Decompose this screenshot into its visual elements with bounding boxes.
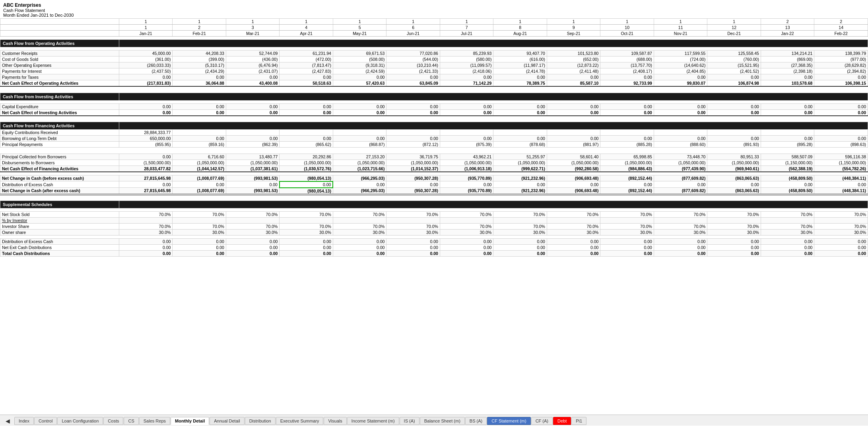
table-row: Investor Share 70.0% 70.0% 70.0% 70.0% 7…	[0, 224, 868, 230]
net-operating-row: Net Cash Effect of Operating Activities …	[0, 80, 868, 87]
table-row: Net Stock Sold 70.0% 70.0% 70.0% 70.0% 7…	[0, 212, 868, 218]
tab-income-statement[interactable]: Income Statement (m)	[347, 417, 399, 425]
financing-section-header: Cash Flow from Financing Activities	[0, 122, 868, 130]
tab-debt[interactable]: Debt	[553, 417, 571, 425]
sub-period-row: 1 2 3 4 5 6 7 8 9 10 11 12 13 14	[0, 25, 868, 31]
net-financing-row: Net Cash Effect of Financing Activities …	[0, 166, 868, 172]
table-row: Disbursements to Borrowers (1,500,000.00…	[0, 160, 868, 166]
table-row: Principal Repayments (855.95) (859.16) (…	[0, 142, 868, 148]
tab-control[interactable]: Control	[34, 417, 57, 425]
tab-annual-detail[interactable]: Annual Detail	[210, 417, 244, 425]
table-row: Customer Receipts 45,000.00 44,208.33 52…	[0, 51, 868, 56]
period-row: 1 1 1 1 1 1 1 1 1 1 1 1 2 2	[0, 19, 868, 25]
distribution-excess-cash-row: Distribution of Excess Cash 0.00 0.00 0.…	[0, 181, 868, 188]
tab-costs[interactable]: Costs	[103, 417, 123, 425]
statement-title: Cash Flow Statement	[3, 8, 865, 13]
spacer	[0, 47, 868, 51]
operating-title: Cash Flow from Operating Activities	[0, 40, 119, 47]
table-row: Cost of Goods Sold (361.00) (399.00) (43…	[0, 56, 868, 62]
spacer	[0, 86, 868, 90]
table-row: Capital Expenditure 0.00 0.00 0.00 0.00 …	[0, 103, 868, 109]
tab-cf-a[interactable]: CF (A)	[531, 417, 553, 425]
tab-cf-statement[interactable]: CF Statement (m)	[487, 417, 530, 425]
tab-bar: ◀ Index Control Loan Configuration Costs…	[0, 415, 868, 426]
tab-distribution[interactable]: Distribution	[245, 417, 276, 425]
spacer	[0, 236, 868, 239]
table-row: Payments for Interest (2,437.50) (2,434.…	[0, 68, 868, 74]
tab-index[interactable]: Index	[14, 417, 34, 425]
tab-prev-arrow[interactable]: ◀	[2, 417, 14, 425]
spacer	[0, 172, 868, 175]
highlighted-cell[interactable]: 0.00	[280, 181, 333, 188]
spreadsheet-container: ABC Enterprises Cash Flow Statement Mont…	[0, 0, 868, 444]
spacer	[0, 195, 868, 198]
month-header-row: Jan-21 Feb-21 Mar-21 Apr-21 May-21 Jun-2…	[0, 31, 868, 37]
table-scroll-area[interactable]: 1 1 1 1 1 1 1 1 1 1 1 1 2 2 1	[0, 18, 868, 415]
tab-sales-reps[interactable]: Sales Reps	[139, 417, 170, 425]
operating-section-header: Cash Flow from Operating Activities	[0, 40, 868, 47]
spacer	[0, 37, 868, 40]
table-row: % by Investor	[0, 218, 868, 224]
company-name: ABC Enterprises	[3, 2, 865, 8]
tab-loan-config[interactable]: Loan Configuration	[57, 417, 103, 425]
spacer	[0, 148, 868, 151]
spacer	[0, 151, 868, 154]
tab-bs-a[interactable]: BS (A)	[465, 417, 487, 425]
sheet-header: ABC Enterprises Cash Flow Statement Mont…	[0, 0, 868, 18]
tab-visuals[interactable]: Visuals	[324, 417, 346, 425]
tab-executive-summary[interactable]: Executive Summary	[276, 417, 324, 425]
net-change-after-row: Net Change in Cash (after excess cash) 2…	[0, 188, 868, 195]
net-investing-row: Net Cash Effect of Investing Activities …	[0, 109, 868, 116]
table-row: Distribution of Excess Cash 0.00 0.00 0.…	[0, 239, 868, 245]
period-title: Month Ended Jan-2021 to Dec-2030	[3, 13, 865, 18]
net-change-before-row: Net Change in Cash (before excess cash) …	[0, 175, 868, 181]
table-row: Principal Collected from Borrowers 0.00 …	[0, 154, 868, 160]
table-row: Payments for Taxes 0.00 0.00 0.00 0.00 0…	[0, 74, 868, 80]
spacer	[0, 116, 868, 119]
investing-section-header: Cash Flow from Investing Activities	[0, 93, 868, 100]
spacer	[0, 208, 868, 212]
spacer	[0, 100, 868, 103]
table-row: Other Operating Expenses (260,033.33) (5…	[0, 62, 868, 68]
table-row: Owner share 30.0% 30.0% 30.0% 30.0% 30.0…	[0, 230, 868, 236]
total-cash-dist-row: Total Cash Distributions 0.00 0.00 0.00 …	[0, 251, 868, 257]
table-row: Equity Contributions Received 28,884,333…	[0, 130, 868, 136]
spacer	[0, 90, 868, 93]
table-row: Net Exit Cash Distributions 0.00 0.00 0.…	[0, 245, 868, 251]
spacer	[0, 198, 868, 201]
cf-table: 1 1 1 1 1 1 1 1 1 1 1 1 2 2 1	[0, 18, 868, 257]
supplemental-section-header: Supplemental Schedules	[0, 201, 868, 208]
tab-balance-sheet[interactable]: Balance Sheet (m)	[420, 417, 465, 425]
spacer	[0, 119, 868, 122]
tab-cs[interactable]: CS	[124, 417, 138, 425]
tab-is-a[interactable]: IS (A)	[400, 417, 419, 425]
tab-monthly-detail[interactable]: Monthly Detail	[171, 417, 209, 425]
tab-pi1[interactable]: Pi1	[571, 417, 586, 425]
table-row: Borrowing of Long-Term Debt 650,000.00 0…	[0, 136, 868, 142]
